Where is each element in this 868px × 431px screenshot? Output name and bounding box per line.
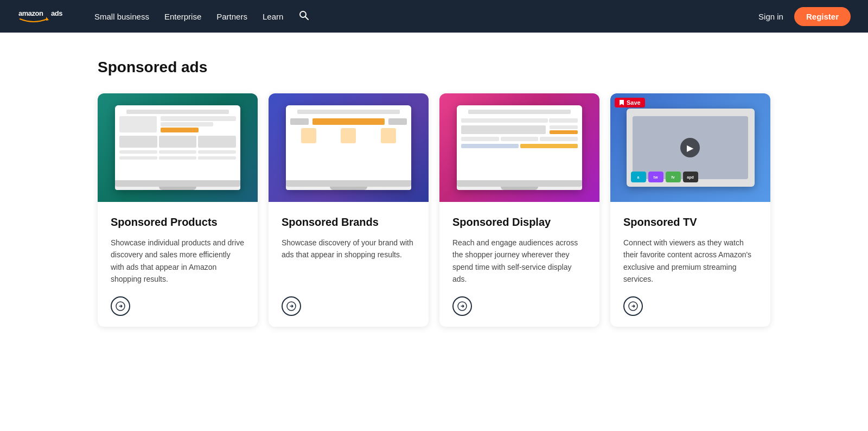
laptop-mock-2	[286, 105, 411, 190]
card-image-sponsored-products	[98, 93, 258, 202]
main-content: Sponsored ads	[0, 33, 868, 431]
logo[interactable]: amazon ads	[17, 6, 77, 27]
nav-right: Sign in Register	[758, 7, 851, 26]
svg-text:ads: ads	[51, 9, 62, 17]
cards-grid: Sponsored Products Showcase individual p…	[98, 93, 770, 327]
card-arrow-sponsored-display[interactable]	[452, 296, 472, 316]
svg-text:amazon: amazon	[18, 9, 43, 17]
card-sponsored-tv[interactable]: Save ▶ a tw fv apd Sponsored TV Connect	[610, 93, 770, 327]
nav-partners[interactable]: Partners	[216, 12, 247, 21]
freevee-logo: fv	[666, 172, 681, 182]
card-desc-sponsored-brands: Showcase discovery of your brand with ad…	[282, 237, 416, 286]
streaming-logos: a tw fv apd	[631, 172, 698, 182]
card-body-sponsored-display: Sponsored Display Reach and engage audie…	[439, 202, 599, 327]
card-sponsored-products[interactable]: Sponsored Products Showcase individual p…	[98, 93, 258, 327]
play-icon: ▶	[680, 138, 700, 157]
twitch-logo: tw	[648, 172, 663, 182]
card-arrow-sponsored-brands[interactable]	[282, 296, 301, 316]
amazon-ads-logo-svg: amazon ads	[17, 6, 77, 27]
card-sponsored-display[interactable]: Sponsored Display Reach and engage audie…	[439, 93, 599, 327]
section-title: Sponsored ads	[98, 59, 770, 76]
card-arrow-sponsored-products[interactable]	[111, 296, 130, 316]
amazon-logo: a	[631, 172, 646, 182]
card-title-sponsored-display: Sponsored Display	[452, 215, 586, 229]
card-image-sponsored-tv: Save ▶ a tw fv apd	[610, 93, 770, 202]
card-body-sponsored-tv: Sponsored TV Connect with viewers as the…	[610, 202, 770, 327]
nav-learn[interactable]: Learn	[263, 12, 283, 21]
card-desc-sponsored-tv: Connect with viewers as they watch their…	[623, 237, 757, 286]
tv-mock: ▶ a tw fv apd	[627, 109, 755, 187]
card-body-sponsored-products: Sponsored Products Showcase individual p…	[98, 202, 258, 327]
svg-marker-1	[46, 17, 49, 21]
card-sponsored-brands[interactable]: Sponsored Brands Showcase discovery of y…	[269, 93, 429, 327]
card-desc-sponsored-display: Reach and engage audiences across the sh…	[452, 237, 586, 286]
tv-screen: ▶	[633, 116, 748, 179]
sign-in-link[interactable]: Sign in	[758, 12, 783, 21]
save-badge: Save	[615, 98, 645, 107]
card-image-sponsored-display	[439, 93, 599, 202]
card-title-sponsored-products: Sponsored Products	[111, 215, 245, 229]
laptop-mock-1	[115, 105, 240, 190]
card-title-sponsored-tv: Sponsored TV	[623, 215, 757, 229]
nav-enterprise[interactable]: Enterprise	[164, 12, 201, 21]
navbar: amazon ads Small business Enterprise Par…	[0, 0, 868, 33]
register-button[interactable]: Register	[794, 7, 851, 26]
apd-logo: apd	[683, 172, 698, 182]
card-body-sponsored-brands: Sponsored Brands Showcase discovery of y…	[269, 202, 429, 327]
card-image-sponsored-brands	[269, 93, 429, 202]
nav-links: Small business Enterprise Partners Learn	[94, 10, 741, 23]
laptop-mock-3	[457, 105, 582, 190]
search-icon[interactable]	[298, 10, 309, 23]
svg-line-4	[305, 16, 309, 20]
card-title-sponsored-brands: Sponsored Brands	[282, 215, 416, 229]
nav-small-business[interactable]: Small business	[94, 12, 149, 21]
card-arrow-sponsored-tv[interactable]	[623, 296, 643, 316]
card-desc-sponsored-products: Showcase individual products and drive d…	[111, 237, 245, 286]
